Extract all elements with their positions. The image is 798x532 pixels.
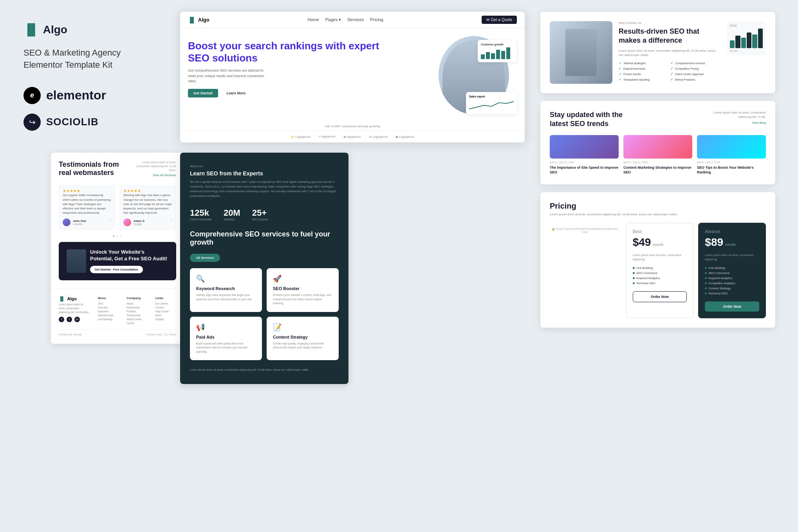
paid-ads-icon: 📢 [196,323,256,332]
services-footer-text: Lorem ipsum dolor sit amet, consectetur … [190,368,339,372]
blog-card-3: admin • July 9, 2024 SEO Tips to Boost Y… [697,135,766,175]
pricing-section: Pricing Lorem ipsum dolor sit amet, cons… [540,192,775,328]
services-about-label: About Us [190,164,339,168]
twitter-icon[interactable]: t [67,317,72,322]
nav-pricing[interactable]: Pricing [370,17,383,22]
comprehensive-section: Comprehensive SEO services to fuel your … [190,230,339,262]
customer-growth-card: Customer growth [478,40,517,62]
brand-logo: ▐▌ Algo [23,23,172,36]
blog-image-3 [697,135,766,159]
service-desc-4: Create high-quality, engaging content th… [273,342,332,350]
get-started-button[interactable]: Get Started [188,89,218,97]
nav-bar: ▐▌ Algo Home Pages ▾ Services Pricing ✉ … [180,12,525,28]
blog-card-2: admin • July 31, 2024 Content Marketing … [623,135,692,175]
logos-bar: ⚡ Logoipsum ⟡ logoipsum ◈ logoipsum ≋ Lo… [180,130,525,142]
basic-features: Link Building SEO Commerce Keyword Analy… [633,266,687,285]
stat-clients: 125k Clients Worldwide [190,208,212,221]
cta-banner: Unlock Your Website's Potential, Get a F… [59,242,176,281]
footer-section: ▐▌ Algo Lorem ipsum dolor sit amet, cons… [51,288,184,344]
services-section: About Us Learn SEO from the Experts We a… [180,153,348,384]
growth-chart [481,47,514,59]
blog-title-3: SEO Tips to Boost Your Website's Ranking [697,165,766,175]
why-us-desc: Lorem ipsum dolor sit amet, consectetur … [619,49,720,58]
powered-by: Powered by Sociolib [59,333,82,336]
nav-home[interactable]: Home [307,17,319,22]
service-title-3: Paid Ads [196,335,256,339]
pricing-cards: Basic $49 /month Lorem ipsum dolor sit a… [626,223,766,318]
elementor-icon: e [23,87,41,104]
instagram-icon[interactable]: in [74,317,80,322]
pricing-left: 🔒 Secure Payment protected by Internatio… [550,223,620,318]
sociolib-icon: ↪ [23,114,41,131]
nav-services[interactable]: Services [347,17,364,22]
order-advance-button[interactable]: Order Now [705,301,759,312]
cta-text: Unlock Your Website's Potential, Get a F… [90,249,168,274]
testimonial-author-1: John Doe LinkedIn " [63,218,112,226]
main-preview: ▐▌ Algo Home Pages ▾ Services Pricing ✉ … [180,12,525,142]
service-desc-3: Build a good ads with quality links from… [196,342,256,354]
why-us-content: Why Choose Us Results-driven SEO that ma… [619,21,720,81]
pricing-desc: Lorem ipsum dolor sit amet, consectetur … [550,212,766,216]
pricing-header: Pricing Lorem ipsum dolor sit amet, cons… [550,202,766,216]
why-us-heading: Results-driven SEO that makes a differen… [619,27,720,45]
pricing-heading: Pricing [550,202,766,211]
services-heading: Learn SEO from the Experts [190,170,339,177]
terms-link[interactable]: Our Terms [164,333,176,336]
blog-heading: Stay updated with the latest SEO trends [550,110,628,129]
why-us-label: Why Choose Us [619,21,720,25]
right-panel: Why Choose Us Results-driven SEO that ma… [540,12,775,328]
secure-payment: 🔒 Secure Payment protected by Internatio… [550,227,620,233]
sociolib-badge: ↪ SOCIOLIB [23,114,172,131]
footer-bottom: Powered by Sociolib Privacy Policy · Our… [59,330,176,336]
learn-more-button[interactable]: Learn More [221,89,251,97]
service-content-strategy: 📝 Content Strategy Create high-quality, … [267,317,339,361]
nav-pages[interactable]: Pages ▾ [325,17,341,22]
testimonial-card-1: ★★★★★ Our organic traffic increased by 2… [59,185,116,230]
nav-logo-icon: ▐▌ [188,17,196,23]
privacy-link[interactable]: Privacy Policy [146,333,162,336]
elementor-badge: e elementor [23,87,172,104]
avatar-1 [63,218,70,226]
services-desc: We are a global network of businesses wi… [190,180,339,198]
service-title-2: SEO Booster [273,286,332,291]
cta-person-image [67,249,86,273]
cta-button[interactable]: Get Started - Free Consultation [90,266,143,273]
join-text: Join 4,000+ companies already growing [180,122,525,130]
testimonial-author-2: Adam S Google " [123,218,172,226]
all-services-button[interactable]: All Services [190,254,220,262]
view-blog-link[interactable]: View Blog [707,121,766,124]
keyword-icon: 🔍 [196,274,256,283]
order-basic-button[interactable]: Order Now [633,291,687,302]
blog-title-2: Content Marketing Strategies to Improve … [623,165,692,175]
stat-websites: 20M Websites [224,208,240,221]
why-us-section: Why Choose Us Results-driven SEO that ma… [540,12,775,93]
service-paid-ads: 📢 Paid Ads Build a good ads with quality… [190,317,262,361]
facebook-icon[interactable]: f [59,317,64,322]
why-us-features: ✓Tailored strategies ✓Comprehensive serv… [619,61,720,81]
cta-heading: Unlock Your Website's Potential, Get a F… [90,249,168,262]
view-all-reviews[interactable]: View All Reviews [129,173,176,177]
service-title-1: Keyword Research [196,286,256,291]
hero-subtext: Our comprehensive SEO services are tailo… [188,68,266,84]
hero-right: Customer growth Sales report [399,40,517,114]
blog-card-1: admin • July 31, 2024 The Importance of … [550,135,619,175]
service-desc-2: Enhance your website's content, meta tag… [273,293,332,306]
hero-left: Boost your search rankings with expert S… [188,40,399,114]
avatar-2 [123,218,131,226]
nav-links: Home Pages ▾ Services Pricing [307,17,383,22]
blog-image-2 [623,135,692,159]
elementor-text: elementor [46,88,106,103]
nav-cta[interactable]: ✉ Get a Quote [482,16,517,24]
services-grid: 🔍 Keyword Research Identify high-value k… [190,268,339,360]
blog-section: Stay updated with the latest SEO trends … [540,101,775,184]
testimonials-heading: Testimonials from real webmasters [59,161,121,177]
pricing-advance: Advance $89 /month Lorem ipsum dolor sit… [698,223,766,318]
testimonials-section: Testimonials from real webmasters Lorem … [51,153,184,344]
content-strategy-icon: 📝 [273,323,332,332]
seo-booster-icon: 🚀 [273,274,332,283]
brand-name: Algo [43,23,67,36]
testimonial-cards: ★★★★★ Our organic traffic increased by 2… [51,181,184,234]
brand-icon: ▐▌ [23,23,39,36]
why-us-image [550,21,612,84]
testimonials-right: Lorem ipsum dolor sit amet, consectetur … [129,161,176,177]
